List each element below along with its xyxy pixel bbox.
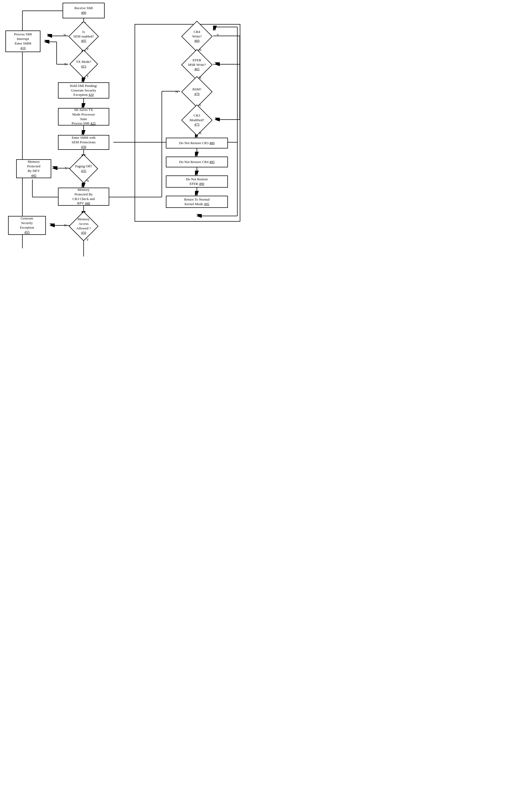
return-normal-node: Return To NormalKernel Mode 495 bbox=[166, 196, 228, 208]
cr4-write-id: 460 bbox=[194, 39, 199, 43]
memory-access-node: MemoryAccessAllowed ? 450 bbox=[68, 216, 99, 236]
gen-security-id: 455 bbox=[24, 230, 30, 234]
efer-msr-id: 465 bbox=[194, 67, 199, 71]
hold-smi-node: Hold SMI Pending/Generate SecurityExcept… bbox=[58, 82, 109, 99]
sem-y-label: Y bbox=[85, 46, 90, 52]
receive-smi-node: Receive SMI 400 bbox=[63, 3, 105, 18]
cr3-modified-id: 475 bbox=[194, 122, 199, 126]
efer-y-label: Y bbox=[215, 61, 221, 66]
tx-n-label: N bbox=[63, 61, 68, 67]
is-sem-enabled-id: 405 bbox=[81, 39, 86, 43]
rsm-label: RSM? bbox=[192, 87, 201, 92]
cr3-modified-node: CR3Modified? 475 bbox=[179, 111, 214, 130]
enter-smm-node: Enter SMM withSEM Protections430 bbox=[58, 135, 109, 150]
cr4-y-label: Y bbox=[215, 32, 221, 38]
cr4-write-node: CR4Write? 460 bbox=[179, 27, 214, 46]
no-restore-efer-label: Do Not RestoreEFER 490 bbox=[186, 177, 208, 186]
paging-off-id: 435 bbox=[81, 169, 86, 173]
cr3-n-label: N bbox=[197, 130, 203, 136]
paging-n-label: N bbox=[85, 178, 90, 184]
memory-dev-label: MemoryProtectedBy DEV bbox=[27, 160, 40, 173]
sk-saves-label: SK Saves TXMode ProcessorStateProcess SM… bbox=[72, 108, 96, 126]
rsm-id: 470 bbox=[194, 92, 199, 96]
tx-mode-label: TX Mode? bbox=[76, 60, 91, 64]
tx-mode-node: TX Mode? 415 bbox=[68, 55, 99, 73]
no-restore-cr4-label: Do Not Restore CR4 485 bbox=[179, 160, 214, 164]
memory-dev-id: 445 bbox=[31, 173, 36, 177]
cr3-y-label: Y bbox=[215, 117, 221, 122]
sk-saves-node: SK Saves TXMode ProcessorStateProcess SM… bbox=[58, 108, 109, 126]
receive-smi-label: Receive SMI bbox=[74, 6, 93, 11]
sem-n-label: N bbox=[62, 32, 67, 38]
memory-cr3-label: MemoryProtected ByCR3 Check andRPV 440 bbox=[73, 188, 95, 206]
paging-y-label: Y bbox=[63, 165, 69, 171]
efer-msr-label: EFERMSR Write? bbox=[188, 58, 206, 67]
rsm-n-label: N bbox=[174, 89, 179, 95]
no-restore-cr3-node: Do Not Restore CR3 480 bbox=[166, 138, 228, 148]
tx-mode-id: 415 bbox=[81, 64, 86, 68]
tx-y-label: Y bbox=[85, 73, 90, 79]
no-restore-cr4-node: Do Not Restore CR4 485 bbox=[166, 157, 228, 168]
access-y-label: Y bbox=[85, 237, 90, 243]
memory-access-label: MemoryAccessAllowed ? bbox=[76, 217, 91, 231]
access-n-label: N bbox=[63, 223, 68, 228]
process-smi-id: 410 bbox=[20, 46, 26, 50]
process-smi-node: Process SMIInterruptEnter SMM 410 bbox=[5, 30, 41, 52]
no-restore-cr3-label: Do Not Restore CR3 480 bbox=[179, 141, 214, 145]
flowchart: Receive SMI 400 IsSEM enabled? 405 N Y P… bbox=[0, 0, 264, 406]
memory-cr3-node: MemoryProtected ByCR3 Check andRPV 440 bbox=[58, 188, 109, 206]
is-sem-enabled-node: IsSEM enabled? 405 bbox=[66, 27, 101, 46]
memory-dev-node: MemoryProtectedBy DEV 445 bbox=[16, 159, 51, 178]
paging-off-label: Paging Off? bbox=[75, 164, 92, 169]
rsm-node: RSM? 470 bbox=[179, 82, 214, 101]
enter-smm-label: Enter SMM withSEM Protections430 bbox=[72, 135, 95, 149]
is-sem-enabled-label: IsSEM enabled? bbox=[73, 30, 94, 39]
cr4-write-label: CR4Write? bbox=[192, 30, 202, 39]
gen-security-exc-node: GenerateSecurityException 455 bbox=[8, 216, 46, 235]
process-smi-label: Process SMIInterruptEnter SMM bbox=[14, 32, 32, 46]
gen-security-label: GenerateSecurityException bbox=[20, 216, 34, 230]
return-normal-label: Return To NormalKernel Mode 495 bbox=[184, 197, 210, 206]
hold-smi-label: Hold SMI Pending/Generate SecurityExcept… bbox=[70, 84, 97, 98]
receive-smi-id: 400 bbox=[81, 11, 86, 15]
memory-access-id: 450 bbox=[81, 231, 86, 235]
paging-off-node: Paging Off? 435 bbox=[68, 159, 99, 178]
no-restore-efer-node: Do Not RestoreEFER 490 bbox=[166, 175, 228, 188]
efer-msr-node: EFERMSR Write? 465 bbox=[179, 55, 214, 74]
cr3-modified-label: CR3Modified? bbox=[190, 113, 204, 122]
